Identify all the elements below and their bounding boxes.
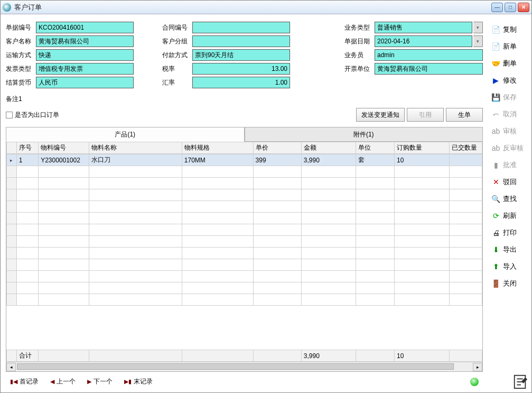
field-doc-date[interactable]: 2020-04-16 bbox=[375, 35, 472, 47]
label-salesman: 业务员 bbox=[344, 51, 374, 60]
table-row[interactable]: ▸1Y2300001002水口刀170MM3993,990套10 bbox=[7, 154, 482, 166]
button-generate[interactable]: 生单 bbox=[446, 108, 483, 122]
side-save[interactable]: 💾保存 bbox=[491, 93, 528, 102]
table-row[interactable] bbox=[7, 213, 482, 224]
next-icon: ▶ bbox=[87, 378, 91, 385]
import-icon: ⬆ bbox=[491, 262, 500, 271]
side-find[interactable]: 🔍查找 bbox=[491, 194, 528, 204]
label-biz-type: 业务类型 bbox=[344, 23, 374, 32]
nav-next[interactable]: ▶下一个 bbox=[87, 377, 113, 386]
data-grid[interactable]: 序号物料编号物料名称 物料规格单价金额 单位订购数量已交数量 ▸1Y23 bbox=[6, 142, 483, 372]
find-icon: 🔍 bbox=[491, 195, 500, 204]
label-remark: 备注1 bbox=[6, 95, 35, 104]
app-icon bbox=[3, 3, 11, 12]
close-icon: 🚪 bbox=[491, 279, 500, 288]
refresh-icon: ⟳ bbox=[491, 212, 500, 221]
export-icon: ⬇ bbox=[491, 245, 500, 254]
field-currency[interactable]: 人民币 bbox=[36, 77, 134, 88]
form-area: 单据编号 KCO200416001 合同编号 业务类型 普通销售 ▾ 客户名称 … bbox=[6, 22, 483, 88]
save-icon: 💾 bbox=[491, 93, 500, 102]
field-contract-no[interactable] bbox=[192, 22, 290, 33]
field-ex-rate[interactable]: 1.00 bbox=[192, 77, 290, 88]
status-indicator-icon bbox=[470, 378, 479, 386]
table-row[interactable] bbox=[7, 236, 482, 248]
field-salesman[interactable]: admin bbox=[375, 49, 483, 61]
label-cust-group: 客户分组 bbox=[162, 37, 191, 46]
print-icon: 🖨 bbox=[491, 229, 500, 237]
minimize-button[interactable]: — bbox=[491, 3, 503, 12]
table-row[interactable] bbox=[7, 178, 482, 189]
button-send-change[interactable]: 发送变更通知 bbox=[356, 108, 405, 122]
table-row[interactable] bbox=[7, 201, 482, 213]
button-reference[interactable]: 引用 bbox=[407, 108, 444, 122]
side-unaudit[interactable]: ab反审核 bbox=[491, 143, 528, 153]
nav-last[interactable]: ▶▮末记录 bbox=[124, 377, 153, 386]
table-row[interactable] bbox=[7, 294, 482, 306]
label-tax-rate: 税率 bbox=[162, 65, 191, 74]
prev-icon: ◀ bbox=[50, 378, 54, 385]
side-close[interactable]: 🚪关闭 bbox=[491, 279, 528, 288]
side-approve[interactable]: ▮批准 bbox=[491, 160, 528, 170]
window-title: 客户订单 bbox=[14, 3, 491, 12]
checkbox-export-order[interactable]: 是否为出口订单 bbox=[6, 111, 59, 120]
approve-icon: ▮ bbox=[491, 161, 500, 170]
tab-product[interactable]: 产品(1) bbox=[6, 127, 245, 142]
nav-first[interactable]: ▮◀首记录 bbox=[10, 377, 39, 386]
field-biz-type[interactable]: 普通销售 bbox=[375, 22, 472, 33]
label-ex-rate: 汇率 bbox=[162, 78, 191, 87]
table-row[interactable] bbox=[7, 224, 482, 236]
cancel-icon: ⤺ bbox=[491, 110, 500, 119]
dropdown-doc-date[interactable]: ▾ bbox=[473, 35, 483, 47]
field-inv-type[interactable]: 增值税专用发票 bbox=[36, 63, 134, 75]
label-customer: 客户名称 bbox=[6, 37, 35, 46]
field-ship[interactable]: 快递 bbox=[36, 49, 134, 61]
scroll-left-icon[interactable]: ◂ bbox=[6, 363, 16, 371]
label-doc-date: 单据日期 bbox=[344, 37, 374, 46]
first-icon: ▮◀ bbox=[10, 378, 17, 385]
delete-icon: 🤝 bbox=[491, 59, 500, 68]
side-delete[interactable]: 🤝删单 bbox=[491, 59, 528, 68]
table-row[interactable] bbox=[7, 189, 482, 201]
field-order-no[interactable]: KCO200416001 bbox=[36, 22, 134, 33]
label-ship: 运输方式 bbox=[6, 51, 35, 60]
field-tax-rate[interactable]: 13.00 bbox=[192, 63, 290, 75]
copy-icon: 📄 bbox=[491, 25, 500, 34]
last-icon: ▶▮ bbox=[124, 378, 132, 385]
side-new[interactable]: 📄新单 bbox=[491, 42, 528, 51]
table-row[interactable] bbox=[7, 248, 482, 259]
dropdown-biz-type[interactable]: ▾ bbox=[473, 22, 483, 33]
tab-attachment[interactable]: 附件(1) bbox=[245, 127, 483, 142]
unaudit-icon: ab bbox=[491, 144, 500, 153]
field-cust-group[interactable] bbox=[192, 35, 290, 47]
table-row[interactable] bbox=[7, 166, 482, 178]
note-icon bbox=[512, 373, 528, 389]
checkbox-box bbox=[6, 112, 13, 118]
side-refresh[interactable]: ⟳刷新 bbox=[491, 211, 528, 221]
close-button[interactable]: ✕ bbox=[518, 3, 529, 12]
side-reject[interactable]: ✕驳回 bbox=[491, 177, 528, 187]
audit-icon: ab bbox=[491, 127, 500, 136]
side-cancel[interactable]: ⤺取消 bbox=[491, 109, 528, 119]
new-icon: 📄 bbox=[491, 42, 500, 51]
label-contract-no: 合同编号 bbox=[162, 23, 191, 32]
side-print[interactable]: 🖨打印 bbox=[491, 228, 528, 237]
grid-header: 序号物料编号物料名称 物料规格单价金额 单位订购数量已交数量 bbox=[7, 142, 482, 154]
field-inv-unit[interactable]: 黄海贸易有限公司 bbox=[375, 63, 483, 75]
nav-prev[interactable]: ◀上一个 bbox=[50, 377, 76, 386]
horizontal-scrollbar[interactable]: ◂ ▸ bbox=[6, 362, 482, 371]
side-copy[interactable]: 📄复制 bbox=[491, 25, 528, 34]
edit-icon: ▶ bbox=[491, 76, 500, 85]
titlebar[interactable]: 客户订单 — □ ✕ bbox=[1, 1, 531, 14]
table-row[interactable] bbox=[7, 259, 482, 271]
table-row[interactable] bbox=[7, 282, 482, 294]
field-pay[interactable]: 票到90天月结 bbox=[192, 49, 290, 61]
side-import[interactable]: ⬆导入 bbox=[491, 262, 528, 271]
side-export[interactable]: ⬇导出 bbox=[491, 245, 528, 254]
table-row[interactable] bbox=[7, 271, 482, 282]
label-pay: 付款方式 bbox=[162, 51, 191, 60]
side-edit[interactable]: ▶修改 bbox=[491, 76, 528, 85]
side-audit[interactable]: ab审核 bbox=[491, 126, 528, 136]
maximize-button[interactable]: □ bbox=[505, 3, 516, 12]
scroll-right-icon[interactable]: ▸ bbox=[473, 363, 482, 371]
field-customer[interactable]: 黄海贸易有限公司 bbox=[36, 35, 134, 47]
